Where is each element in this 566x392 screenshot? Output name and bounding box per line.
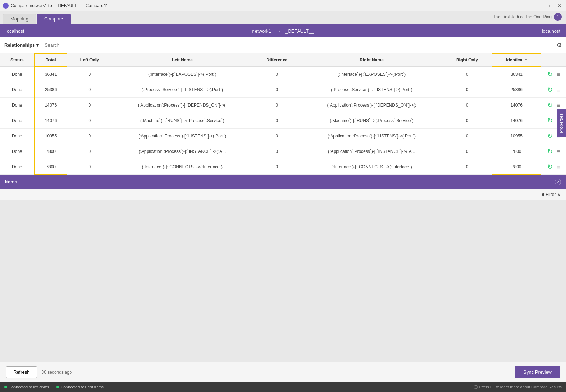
right-status-dot bbox=[56, 386, 59, 388]
refresh-row-icon[interactable]: ↻ bbox=[547, 117, 553, 124]
gear-icon[interactable]: ⚙ bbox=[557, 42, 562, 48]
filter-label: Filter bbox=[546, 192, 556, 197]
cell-total: 14076 bbox=[34, 98, 67, 113]
relationships-label: Relationships bbox=[4, 42, 35, 48]
connection-bar: localhost network1 → _DEFAULT__ localhos… bbox=[0, 24, 566, 37]
left-host: localhost bbox=[6, 28, 24, 34]
col-header-total[interactable]: Total bbox=[34, 53, 67, 66]
cell-identical: 36341 bbox=[492, 66, 541, 82]
cell-right-only: 0 bbox=[442, 129, 492, 144]
cell-difference: 0 bbox=[253, 159, 301, 175]
col-header-status[interactable]: Status bbox=[0, 53, 34, 66]
table-row: Done253860(:Process`:Service`)-[:`LISTEN… bbox=[0, 82, 566, 98]
cell-difference: 0 bbox=[253, 113, 301, 129]
cell-left-name: (:Application`:Process`)-[:`INSTANCE`]->… bbox=[112, 144, 253, 159]
items-help-button[interactable]: ? bbox=[555, 179, 561, 185]
cell-right-name: (:Process`:Service`)-[:`LISTENS`]->(:Por… bbox=[301, 82, 442, 98]
cell-actions: ↻ ≡ bbox=[541, 144, 566, 159]
cell-total: 25386 bbox=[34, 82, 67, 98]
cell-left-only: 0 bbox=[67, 82, 112, 98]
cell-right-name: (:Application`:Process`)-[:`DEPENDS_ON`]… bbox=[301, 98, 442, 113]
left-status: Connected to left dbms bbox=[4, 385, 49, 389]
cell-identical: 14076 bbox=[492, 98, 541, 113]
cell-left-name: (:Application`:Process`)-[:`DEPENDS_ON`]… bbox=[112, 98, 253, 113]
col-header-actions bbox=[541, 53, 566, 66]
filter-icon: ⧫ bbox=[542, 192, 544, 197]
cell-status: Done bbox=[0, 82, 34, 98]
col-header-difference[interactable]: Difference bbox=[253, 53, 301, 66]
table-row: Done363410(:Interface`)-[:`EXPOSES`]->(:… bbox=[0, 66, 566, 82]
add-row-icon[interactable]: ≡ bbox=[557, 71, 560, 78]
tab-compare[interactable]: Compare bbox=[37, 14, 71, 24]
tab-mapping[interactable]: Mapping bbox=[3, 14, 36, 24]
cell-left-only: 0 bbox=[67, 159, 112, 175]
cell-right-name: (:Application`:Process`)-[:`LISTENS`]->(… bbox=[301, 129, 442, 144]
minimize-button[interactable]: — bbox=[539, 2, 546, 9]
cell-status: Done bbox=[0, 113, 34, 129]
cell-left-name: (:Machine`)-[:`RUNS`]->(:Process`:Servic… bbox=[112, 113, 253, 129]
sync-preview-button[interactable]: Sync Preview bbox=[515, 366, 560, 378]
chevron-down-icon: ▾ bbox=[36, 42, 39, 48]
cell-identical: 7800 bbox=[492, 159, 541, 175]
arrow-icon: → bbox=[275, 28, 281, 34]
cell-right-only: 0 bbox=[442, 98, 492, 113]
cell-left-name: (:Interface`)-[:`EXPOSES`]->(:Port`) bbox=[112, 66, 253, 82]
cell-identical: 14076 bbox=[492, 113, 541, 129]
cell-difference: 0 bbox=[253, 144, 301, 159]
relationships-table: Status Total Left Only Left Name Differe… bbox=[0, 53, 566, 175]
refresh-row-icon[interactable]: ↻ bbox=[547, 102, 553, 109]
right-status-label: Connected to right dbms bbox=[61, 385, 104, 389]
relationships-dropdown[interactable]: Relationships ▾ bbox=[4, 42, 39, 48]
avatar: J bbox=[554, 13, 562, 21]
cell-identical: 7800 bbox=[492, 144, 541, 159]
cell-identical: 10955 bbox=[492, 129, 541, 144]
add-row-icon[interactable]: ≡ bbox=[557, 87, 560, 93]
items-filter-button[interactable]: ⧫ Filter ∨ bbox=[542, 192, 561, 197]
col-header-right-only[interactable]: Right Only bbox=[442, 53, 492, 66]
col-header-right-name[interactable]: Right Name bbox=[301, 53, 442, 66]
refresh-row-icon[interactable]: ↻ bbox=[547, 132, 553, 140]
cell-total: 10955 bbox=[34, 129, 67, 144]
cell-status: Done bbox=[0, 144, 34, 159]
cell-right-only: 0 bbox=[442, 66, 492, 82]
search-input[interactable] bbox=[45, 42, 116, 48]
window-controls: — □ ✕ bbox=[539, 2, 563, 9]
cell-right-only: 0 bbox=[442, 159, 492, 175]
left-status-dot bbox=[4, 386, 7, 388]
table-row: Done109550(:Application`:Process`)-[:`LI… bbox=[0, 129, 566, 144]
col-header-identical[interactable]: Identical ↑ bbox=[492, 53, 541, 66]
maximize-button[interactable]: □ bbox=[547, 2, 555, 9]
add-row-icon[interactable]: ≡ bbox=[557, 149, 560, 155]
cell-identical: 25386 bbox=[492, 82, 541, 98]
cell-left-name: (:Process`:Service`)-[:`LISTENS`]->(:Por… bbox=[112, 82, 253, 98]
right-status: Connected to right dbms bbox=[56, 385, 104, 389]
add-row-icon[interactable]: ≡ bbox=[557, 164, 560, 170]
properties-tab[interactable]: Properties bbox=[557, 109, 566, 137]
cell-total: 36341 bbox=[34, 66, 67, 82]
col-header-left-only[interactable]: Left Only bbox=[67, 53, 112, 66]
col-header-left-name[interactable]: Left Name bbox=[112, 53, 253, 66]
cell-status: Done bbox=[0, 98, 34, 113]
tab-bar: Mapping Compare The First Jedi of The On… bbox=[0, 11, 566, 24]
title-bar: Compare network1 to __DEFAULT__ - Compar… bbox=[0, 0, 566, 11]
user-info: The First Jedi of The One Ring J bbox=[493, 13, 562, 21]
refresh-row-icon[interactable]: ↻ bbox=[547, 163, 553, 171]
bottom-bar: Refresh 30 seconds ago Sync Preview bbox=[0, 362, 566, 382]
cell-right-name: (:Application`:Process`)-[:`INSTANCE`]->… bbox=[301, 144, 442, 159]
refresh-row-icon[interactable]: ↻ bbox=[547, 71, 553, 78]
add-row-icon[interactable]: ≡ bbox=[557, 102, 560, 108]
status-bar: Connected to left dbms Connected to righ… bbox=[0, 382, 566, 392]
refresh-button[interactable]: Refresh bbox=[6, 366, 37, 378]
relationships-table-container: Status Total Left Only Left Name Differe… bbox=[0, 53, 566, 175]
close-button[interactable]: ✕ bbox=[556, 2, 563, 9]
cell-actions: ↻ ≡ bbox=[541, 159, 566, 175]
timestamp: 30 seconds ago bbox=[42, 370, 72, 375]
items-title: Items bbox=[5, 179, 17, 185]
items-filter-bar: ⧫ Filter ∨ bbox=[0, 189, 566, 200]
help-text: ⓘ Press F1 to learn more about Compare R… bbox=[474, 384, 562, 390]
refresh-row-icon[interactable]: ↻ bbox=[547, 148, 553, 155]
cell-difference: 0 bbox=[253, 66, 301, 82]
cell-right-name: (:Interface`)-[:`CONNECTS`]->(:Interface… bbox=[301, 159, 442, 175]
refresh-row-icon[interactable]: ↻ bbox=[547, 86, 553, 93]
cell-total: 14076 bbox=[34, 113, 67, 129]
